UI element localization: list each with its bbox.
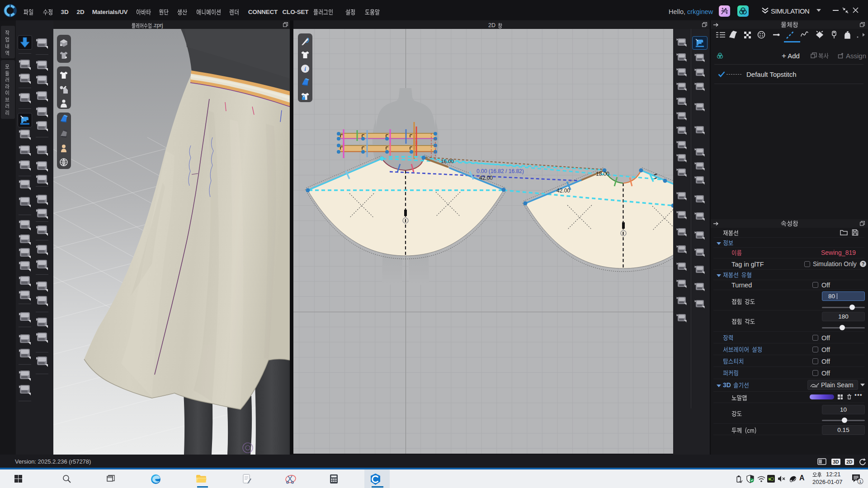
svg-text:3D: 3D	[833, 459, 839, 465]
svg-text:2D: 2D	[846, 459, 853, 465]
svg-text:1: 1	[859, 479, 861, 484]
svg-text:i: i	[304, 66, 306, 72]
